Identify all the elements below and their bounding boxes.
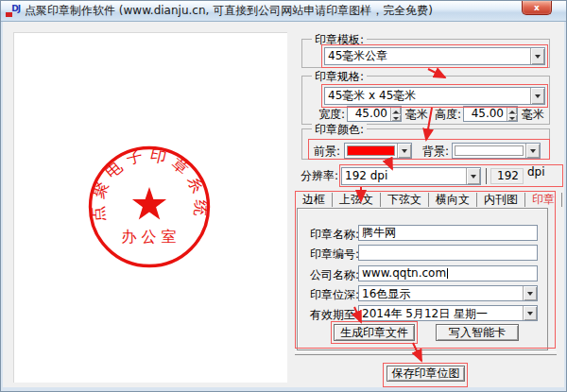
bit-depth-label: 印章位深: <box>310 288 359 301</box>
generate-seal-file-button[interactable]: 生成印章文件 <box>334 324 415 341</box>
template-combobox[interactable]: 45毫米公章 <box>324 47 545 65</box>
background-label: 背景: <box>422 145 449 158</box>
title-bar: DJ 点聚印章制作软件 (www.dianju.cn, 可直接到公司网站申请印章… <box>1 1 566 22</box>
panel-bottom-ridge <box>295 351 557 355</box>
seal-bottom-text: 办公室 <box>122 228 181 246</box>
close-button[interactable]: x <box>522 1 552 15</box>
write-smartcard-button[interactable]: 写入智能卡 <box>436 324 519 341</box>
foreground-label: 前景: <box>314 145 340 158</box>
seal-name-field[interactable]: 腾牛网 <box>358 225 538 241</box>
resolution-separator <box>486 168 487 184</box>
background-color-combobox[interactable] <box>452 143 541 159</box>
tab-inner-image[interactable]: 内刊图 <box>477 193 525 207</box>
foreground-swatch <box>347 145 395 156</box>
spec-dropdown-arrow-icon[interactable] <box>530 88 544 104</box>
background-dropdown-arrow-icon[interactable] <box>525 144 540 158</box>
foreground-dropdown-arrow-icon[interactable] <box>397 144 411 158</box>
app-icon: DJ <box>6 5 20 18</box>
spec-group-label: 印章规格: <box>312 69 367 85</box>
window-title: 点聚印章制作软件 (www.dianju.cn, 可直接到公司网站申请印章图样，… <box>25 3 433 19</box>
text-caret <box>447 268 448 279</box>
seal-name-label: 印章名称: <box>310 228 359 241</box>
resolution-display: 192 <box>490 168 524 184</box>
resolution-unit-label: dpi <box>527 165 545 179</box>
height-label: 高度: <box>435 108 461 121</box>
template-combobox-value: 45毫米公章 <box>325 48 530 64</box>
height-field[interactable]: 45.00 <box>463 106 518 122</box>
save-seal-bitmap-button[interactable]: 保存印章位图 <box>387 366 465 382</box>
bit-depth-dropdown-arrow-icon[interactable] <box>523 286 537 300</box>
template-group-label: 印章模板: <box>312 32 367 48</box>
bit-depth-value: 16色显示 <box>359 286 523 300</box>
tab-seal[interactable]: 印章 <box>525 193 562 207</box>
background-swatch <box>455 145 524 156</box>
tab-border[interactable]: 边框 <box>296 193 333 207</box>
expiry-combobox[interactable]: 2014年 5月12日 星期一 <box>358 305 538 321</box>
height-unit-label: 毫米 <box>522 108 544 121</box>
company-name-field[interactable]: www.qqtn.com <box>358 265 538 281</box>
width-unit-label: 毫米 <box>405 108 428 121</box>
bit-depth-combobox[interactable]: 16色显示 <box>358 285 538 301</box>
foreground-color-combobox[interactable] <box>344 143 412 159</box>
seal-star <box>132 187 166 219</box>
color-group-label: 印章颜色: <box>312 122 367 138</box>
template-dropdown-arrow-icon[interactable] <box>530 48 544 64</box>
resolution-combobox-value: 192 dpi <box>342 168 466 184</box>
tab-bar: 边框 上弦文 下弦文 横向文 内刊图 印章 <box>296 192 562 208</box>
expiry-label: 有效期至: <box>310 308 359 321</box>
height-spinner[interactable] <box>507 107 517 121</box>
spec-combobox-value: 45毫米 x 45毫米 <box>325 88 530 104</box>
width-label: 宽度: <box>318 108 345 121</box>
app-window: DJ 点聚印章制作软件 (www.dianju.cn, 可直接到公司网站申请印章… <box>0 0 567 392</box>
expiry-value: 2014年 5月12日 星期一 <box>359 306 523 320</box>
resolution-dropdown-arrow-icon[interactable] <box>466 168 480 184</box>
width-spinner[interactable] <box>390 107 401 121</box>
seal-preview-canvas: 点聚电子印章系统 办公室 <box>13 32 287 383</box>
expiry-dropdown-arrow-icon[interactable] <box>523 306 537 320</box>
company-name-label: 公司名称: <box>310 268 359 281</box>
seal-preview: 点聚电子印章系统 办公室 <box>14 33 288 383</box>
tab-horizontal-text[interactable]: 横向文 <box>429 193 477 207</box>
resolution-label: 分辨率: <box>301 169 338 182</box>
seal-number-label: 印章编号: <box>310 247 359 261</box>
tab-lower-arc-text[interactable]: 下弦文 <box>381 193 429 207</box>
spec-combobox[interactable]: 45毫米 x 45毫米 <box>324 87 545 105</box>
tab-upper-arc-text[interactable]: 上弦文 <box>333 193 381 207</box>
width-field[interactable]: 45.00 <box>347 106 402 122</box>
seal-number-field[interactable] <box>358 245 538 261</box>
resolution-combobox[interactable]: 192 dpi <box>341 167 481 185</box>
